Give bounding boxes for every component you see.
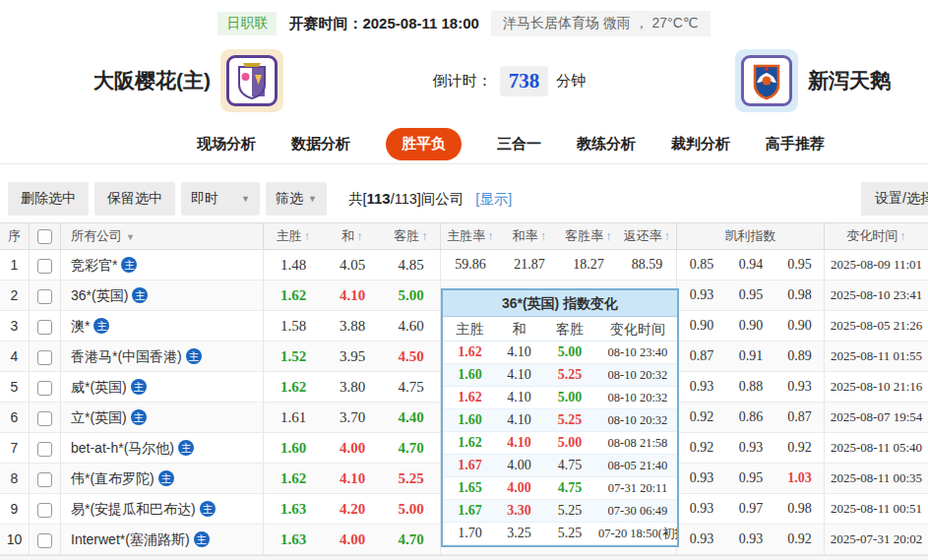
odds-cell[interactable]: 5.25 (382, 464, 441, 493)
header-return-rate[interactable]: 返还率↑ (618, 223, 677, 249)
header-company[interactable]: 所有公司▼ (61, 223, 264, 249)
keep-selected-button[interactable]: 保留选中 (94, 182, 175, 216)
odds-cell[interactable]: 4.20 (323, 494, 382, 524)
tab-1[interactable]: 现场分析 (197, 135, 256, 154)
odds-cell[interactable]: 1.60 (264, 433, 323, 463)
row-checkbox[interactable] (37, 381, 52, 396)
popup-row: 1.604.105.2508-10 20:32 (443, 409, 677, 432)
row-checkbox[interactable] (37, 350, 52, 365)
company-count: 共[113/113]间公司 (348, 190, 464, 209)
header-draw-odds[interactable]: 和↑ (323, 223, 382, 249)
tab-5[interactable]: 教练分析 (577, 135, 636, 154)
odds-cell[interactable]: 4.75 (382, 372, 441, 402)
odds-cell[interactable]: 4.70 (382, 433, 441, 463)
header-home-rate[interactable]: 主胜率↑ (441, 223, 500, 249)
odds-cell[interactable]: 4.05 (323, 250, 382, 280)
row-index: 8 (0, 464, 30, 493)
company-name[interactable]: 香港马*(中国香港) (71, 342, 182, 371)
odds-cell[interactable]: 1.63 (264, 494, 323, 524)
odds-time-select[interactable]: 即时 ▼ (181, 182, 260, 216)
row-checkbox[interactable] (37, 411, 52, 426)
odds-cell[interactable]: 4.85 (382, 250, 441, 280)
kelly-cell: 0.93 (677, 494, 726, 524)
popup-row: 1.604.105.2508-10 20:32 (443, 364, 677, 387)
popup-odds: 5.25 (541, 500, 598, 522)
popup-odds: 4.10 (497, 409, 541, 431)
popup-odds: 1.67 (443, 455, 497, 476)
odds-cell[interactable]: 4.60 (382, 311, 441, 341)
tab-3[interactable]: 胜平负 (386, 128, 462, 160)
odds-cell[interactable]: 1.58 (264, 311, 323, 341)
settings-select-button[interactable]: 设置/选择 (861, 182, 928, 216)
company-cell: 伟*(直布罗陀)主 (61, 464, 264, 493)
odds-cell[interactable]: 4.50 (382, 342, 441, 371)
company-name[interactable]: 伟*(直布罗陀) (71, 464, 155, 493)
kelly-cell: 0.93 (677, 464, 726, 493)
kelly-cell: 0.95 (726, 280, 775, 310)
odds-cell[interactable]: 3.95 (323, 342, 382, 371)
row-checkbox[interactable] (37, 442, 52, 457)
odds-cell[interactable]: 4.10 (323, 464, 382, 493)
delete-selected-button[interactable]: 删除选中 (8, 182, 89, 216)
kelly-cell: 0.93 (726, 433, 775, 463)
away-team-name[interactable]: 新泻天鹅 (808, 67, 891, 94)
row-checkbox[interactable] (37, 289, 52, 304)
row-index: 6 (0, 403, 30, 432)
home-badge-icon: 主 (131, 379, 147, 395)
odds-cell[interactable]: 1.63 (264, 525, 323, 554)
company-name[interactable]: 36*(英国) (71, 280, 128, 310)
company-name[interactable]: 竞彩官* (71, 250, 117, 280)
change-time: 2025-08-11 00:51 (825, 494, 928, 524)
home-team-name[interactable]: 大阪樱花(主) (93, 67, 211, 94)
odds-cell[interactable]: 1.62 (264, 280, 323, 310)
odds-cell[interactable]: 4.00 (323, 525, 382, 554)
company-name[interactable]: 澳* (71, 311, 90, 341)
row-checkbox[interactable] (37, 320, 52, 335)
league-badge[interactable]: 日职联 (217, 12, 277, 35)
row-checkbox[interactable] (37, 259, 52, 274)
company-name[interactable]: 立*(英国) (71, 403, 127, 432)
popup-odds: 1.65 (443, 477, 497, 499)
row-checkbox[interactable] (37, 503, 52, 518)
select-all-checkbox[interactable] (37, 229, 52, 244)
odds-cell[interactable]: 4.40 (382, 403, 441, 432)
company-name[interactable]: Interwet*(塞浦路斯) (71, 525, 190, 554)
header-change-time[interactable]: 变化时间↑ (825, 223, 928, 249)
popup-time: 07-20 18:50(初指) (598, 523, 677, 544)
row-index: 2 (0, 280, 30, 310)
countdown-unit: 分钟 (556, 72, 586, 91)
header-away-rate[interactable]: 客胜率↑ (559, 223, 618, 249)
popup-time: 08-10 20:32 (598, 409, 677, 431)
odds-cell[interactable]: 5.00 (382, 494, 441, 524)
tab-2[interactable]: 数据分析 (291, 135, 350, 154)
odds-cell[interactable]: 3.70 (323, 403, 382, 432)
header-home-odds[interactable]: 主胜↑ (264, 223, 323, 249)
odds-cell[interactable]: 3.88 (323, 311, 382, 341)
odds-cell[interactable]: 1.48 (264, 250, 323, 280)
company-cell: 竞彩官*主 (61, 250, 264, 280)
odds-cell[interactable]: 1.61 (264, 403, 323, 432)
header-draw-rate[interactable]: 和率↑ (500, 223, 559, 249)
odds-cell[interactable]: 4.00 (323, 433, 382, 463)
header-away-odds[interactable]: 客胜↑ (382, 223, 441, 249)
company-name[interactable]: 易*(安提瓜和巴布达) (71, 494, 196, 524)
company-name[interactable]: bet-at-h*(马尔他) (71, 433, 174, 463)
show-link[interactable]: [显示] (475, 190, 512, 209)
filter-select[interactable]: 筛选 ▼ (266, 182, 327, 216)
odds-cell[interactable]: 3.80 (323, 372, 382, 402)
odds-cell[interactable]: 4.10 (323, 280, 382, 310)
odds-cell[interactable]: 1.52 (264, 342, 323, 371)
odds-cell[interactable]: 5.00 (382, 280, 441, 310)
checkbox-cell (30, 342, 61, 371)
odds-cell[interactable]: 1.62 (264, 464, 323, 493)
company-name[interactable]: 威*(英国) (71, 372, 127, 402)
tab-6[interactable]: 裁判分析 (671, 135, 730, 154)
tab-4[interactable]: 三合一 (497, 135, 541, 154)
kelly-cell: 0.91 (726, 342, 775, 371)
row-checkbox[interactable] (37, 472, 52, 487)
odds-cell[interactable]: 4.70 (382, 525, 441, 554)
odds-cell[interactable]: 1.62 (264, 372, 323, 402)
row-checkbox[interactable] (37, 533, 52, 548)
tab-7[interactable]: 高手推荐 (766, 135, 825, 154)
sort-asc-icon: ↑ (540, 228, 547, 243)
